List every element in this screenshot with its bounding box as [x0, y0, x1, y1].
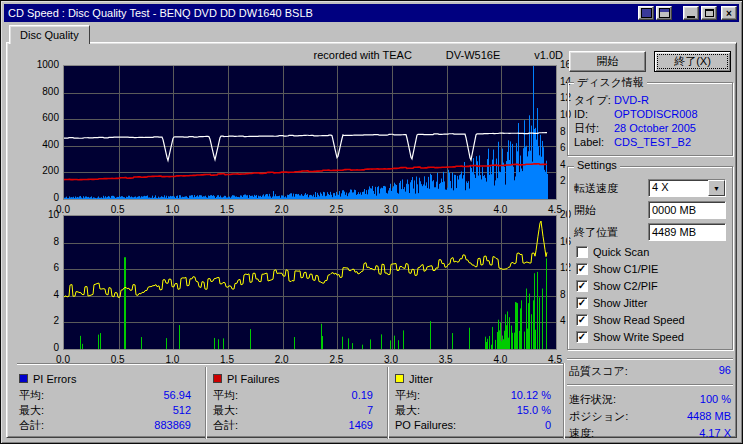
- start-position-label: 開始: [574, 203, 596, 218]
- recorded-with-text: recorded with TEAC: [314, 49, 412, 61]
- y-axis-tick: 600: [17, 112, 59, 124]
- checkbox[interactable]: ✓: [576, 314, 588, 326]
- progress-value: 4.17 X: [699, 425, 731, 442]
- window-controls: ×: [638, 6, 737, 20]
- disc-info-rows: タイプ:DVD-RID:OPTODISCR008日付:28 October 20…: [574, 93, 726, 149]
- tool-icon: [641, 8, 652, 18]
- speed-row: 転送速度 4 X ▼: [574, 177, 726, 199]
- checkbox-label: Show Jitter: [593, 297, 647, 309]
- disc-info-row: ID:OPTODISCR008: [574, 107, 726, 121]
- stat-row: 最大:512: [19, 403, 197, 418]
- stat-rows: 平均:0.19最大:7合計:1469: [213, 388, 379, 433]
- extra-tool-button-1[interactable]: [638, 6, 654, 20]
- disc-info-value: 28 October 2005: [614, 121, 696, 135]
- checkbox[interactable]: ✓: [576, 263, 588, 275]
- checkbox[interactable]: ✓: [576, 297, 588, 309]
- stat-label: 最大:: [19, 403, 44, 418]
- checkbox-label: Show C1/PIE: [593, 263, 658, 275]
- stat-value: 1469: [349, 418, 373, 433]
- title-bar[interactable]: CD Speed : Disc Quality Test - BENQ DVD …: [4, 4, 739, 22]
- jitter-chart: 0246810481216200.00.51.01.52.02.53.03.54…: [17, 213, 577, 371]
- disc-info-value: DVD-R: [614, 93, 649, 107]
- checkbox[interactable]: [576, 246, 588, 258]
- stat-row: PO Failures:0: [395, 418, 557, 433]
- pi-errors-plot: [63, 65, 557, 200]
- exit-button[interactable]: 終了(X): [654, 51, 731, 72]
- maximize-button[interactable]: [701, 6, 717, 20]
- end-position-field[interactable]: 4489 MB: [648, 223, 726, 241]
- chevron-down-icon[interactable]: ▼: [708, 180, 725, 196]
- extra-tool-button-2[interactable]: [656, 6, 672, 20]
- disc-info-row: 日付:28 October 2005: [574, 121, 726, 135]
- pi-errors-stats: PI Errors 平均:56.94最大:512合計:883869: [19, 371, 197, 433]
- disc-info-title: ディスク情報: [574, 75, 647, 90]
- checkbox-label: Show C2/PIF: [593, 280, 658, 292]
- minimize-button[interactable]: [683, 6, 699, 20]
- stat-label: 最大:: [213, 403, 238, 418]
- stat-value: 883869: [154, 418, 191, 433]
- stat-row: 平均:56.94: [19, 388, 197, 403]
- stat-title: Jitter: [409, 373, 433, 385]
- stat-row: 最大:15.0 %: [395, 403, 557, 418]
- pi-errors-chart: 020040060080010002468101214160.00.51.01.…: [17, 63, 577, 221]
- settings-group: Settings 転送速度 4 X ▼ 開始 0000 MB 終了位置 4489…: [567, 166, 733, 350]
- action-buttons: 開始 終了(X): [569, 51, 731, 72]
- disc-info-value: OPTODISCR008: [614, 107, 698, 121]
- disc-info-group: ディスク情報 タイプ:DVD-RID:OPTODISCR008日付:28 Oct…: [567, 82, 733, 156]
- chart-header: recorded with TEAC DV-W516E v1.0D: [17, 49, 589, 61]
- quality-score-value: 96: [719, 364, 731, 379]
- checkbox[interactable]: ✓: [576, 280, 588, 292]
- disc-info-row: タイプ:DVD-R: [574, 93, 726, 107]
- minimize-icon: [687, 16, 695, 18]
- tab-strip: Disc Quality: [9, 25, 90, 44]
- end-position-row: 終了位置 4489 MB: [574, 221, 726, 243]
- y-axis-tick: 800: [17, 86, 59, 98]
- tab-disc-quality[interactable]: Disc Quality: [9, 25, 90, 44]
- start-position-field[interactable]: 0000 MB: [648, 201, 726, 219]
- checkbox-label: Show Write Speed: [593, 331, 684, 343]
- close-button[interactable]: ×: [721, 6, 737, 20]
- end-position-label: 終了位置: [574, 225, 618, 240]
- y-axis-tick: 1000: [17, 59, 59, 71]
- checkbox-row: ✓Show Jitter: [574, 295, 726, 311]
- speed-select[interactable]: 4 X ▼: [648, 179, 726, 197]
- stat-header: PI Failures: [213, 371, 379, 386]
- stat-row: 平均:0.19: [213, 388, 379, 403]
- pi-failures-legend-icon: [213, 374, 222, 383]
- y-axis-tick: 0: [17, 342, 59, 354]
- app-window: CD Speed : Disc Quality Test - BENQ DVD …: [0, 0, 743, 444]
- progress-label: ポジション:: [569, 408, 628, 425]
- checkbox-row: Quick Scan: [574, 244, 726, 260]
- y-axis-tick: 400: [17, 139, 59, 151]
- quality-score-row: 品質スコア: 96: [567, 358, 733, 385]
- checkbox-row: ✓Show C1/PIE: [574, 261, 726, 277]
- stat-row: 合計:883869: [19, 418, 197, 433]
- progress-rows: 進行状況:100 %ポジション:4488 MB速度:4.17 X: [567, 391, 733, 442]
- y-axis-tick: 6: [17, 262, 59, 274]
- drive-name-text: DV-W516E: [446, 49, 500, 61]
- stat-label: 平均:: [213, 388, 238, 403]
- stat-label: 最大:: [395, 403, 420, 418]
- progress-value: 4488 MB: [687, 408, 731, 425]
- stat-title: PI Errors: [33, 373, 76, 385]
- firmware-version-text: v1.0D: [534, 49, 563, 61]
- stats-divider: [17, 363, 565, 365]
- pi-errors-legend-icon: [19, 374, 28, 383]
- checkbox-row: ✓Show Write Speed: [574, 329, 726, 345]
- checkbox-list: Quick Scan✓Show C1/PIE✓Show C2/PIF✓Show …: [574, 244, 726, 345]
- stat-value: 10.12 %: [511, 388, 551, 403]
- stat-value: 512: [173, 403, 191, 418]
- start-position-row: 開始 0000 MB: [574, 199, 726, 221]
- stat-value: 7: [367, 403, 373, 418]
- disc-info-label: Label:: [574, 135, 614, 149]
- stat-label: 平均:: [395, 388, 420, 403]
- stat-label: PO Failures:: [395, 418, 456, 433]
- checkbox[interactable]: ✓: [576, 331, 588, 343]
- progress-row: 速度:4.17 X: [567, 425, 733, 442]
- progress-label: 速度:: [569, 425, 594, 442]
- disc-info-label: タイプ:: [574, 93, 614, 107]
- jitter-stats: Jitter 平均:10.12 %最大:15.0 %PO Failures:0: [395, 371, 557, 433]
- maximize-icon: [705, 9, 714, 17]
- progress-label: 進行状況:: [569, 391, 616, 408]
- start-button[interactable]: 開始: [569, 51, 646, 72]
